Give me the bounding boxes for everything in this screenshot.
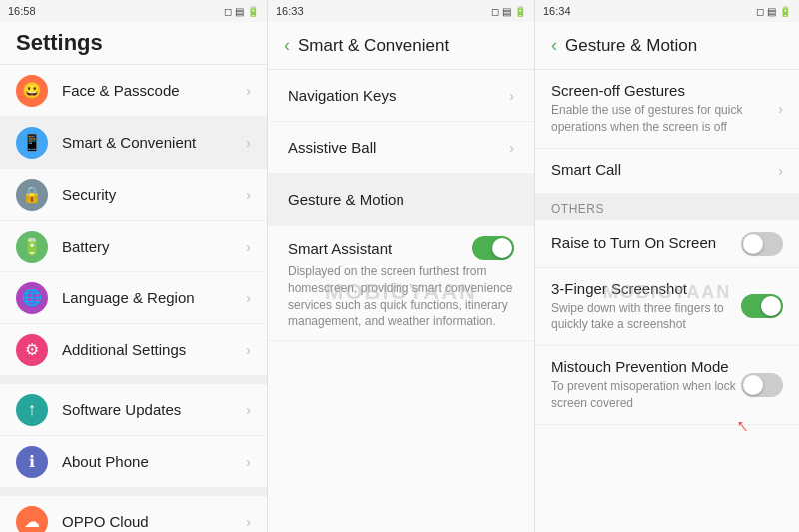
smart-assistant-desc: Displayed on the screen furthest from ho… [288, 264, 514, 330]
right-time: 16:34 [543, 5, 571, 17]
nav-label: Navigation Keys [288, 87, 509, 104]
three-finger-title: 3-Finger Screenshot [551, 280, 741, 297]
settings-item-battery[interactable]: 🔋 Battery › [0, 221, 267, 272]
smart-label: Smart & Convenient [62, 134, 246, 151]
language-icon: 🌐 [16, 282, 48, 314]
three-finger-content: 3-Finger Screenshot Swipe down with thre… [551, 280, 741, 334]
smart-chevron: › [246, 135, 251, 151]
left-panel-title: Settings [0, 22, 267, 65]
mid-item-smart-assistant[interactable]: Smart Assistant Displayed on the screen … [268, 226, 534, 341]
additional-icon: ⚙ [16, 334, 48, 366]
battery-label: Battery [62, 238, 246, 255]
settings-item-oppo[interactable]: ☁ OPPO Cloud › [0, 496, 267, 532]
right-settings-list: Screen-off Gestures Enable the use of ge… [535, 70, 799, 532]
mid-item-gesture[interactable]: Gesture & Motion ◄ [268, 174, 534, 226]
settings-item-updates[interactable]: ↑ Software Updates › [0, 384, 267, 436]
battery-chevron: › [246, 239, 251, 255]
right-status-icons: ◻ ▤ 🔋 [756, 6, 791, 17]
gesture-label: Gesture & Motion [288, 191, 514, 208]
left-status-bar: 16:58 ◻ ▤ 🔋 [0, 0, 267, 22]
mid-item-nav[interactable]: Navigation Keys › [268, 70, 534, 122]
battery-icon: 🔋 [16, 231, 48, 263]
left-status-icons: ◻ ▤ 🔋 [224, 6, 259, 17]
right-item-raise[interactable]: Raise to Turn On Screen [535, 220, 799, 268]
nav-chevron: › [509, 88, 514, 104]
others-section-header: OTHERS [535, 194, 799, 220]
face-label: Face & Passcode [62, 82, 246, 99]
updates-chevron: › [246, 402, 251, 418]
mid-back-arrow[interactable]: ‹ [284, 35, 290, 56]
right-header: ‹ Gesture & Motion [535, 22, 799, 70]
right-header-title: Gesture & Motion [565, 36, 697, 56]
language-chevron: › [246, 290, 251, 306]
settings-item-language[interactable]: 🌐 Language & Region › [0, 272, 267, 324]
assistive-chevron: › [509, 140, 514, 156]
mistouch-title: Mistouch Prevention Mode [551, 358, 741, 375]
smart-call-chevron: › [778, 163, 783, 179]
right-item-mistouch[interactable]: Mistouch Prevention Mode To prevent miso… [535, 346, 799, 425]
mid-settings-list: Navigation Keys › Assistive Ball › Gestu… [268, 70, 534, 532]
oppo-icon: ☁ [16, 506, 48, 533]
right-item-three-finger[interactable]: 3-Finger Screenshot Swipe down with thre… [535, 268, 799, 347]
smart-call-title: Smart Call [551, 161, 770, 178]
right-status-bar: 16:34 ◻ ▤ 🔋 [535, 0, 799, 22]
mid-time: 16:33 [276, 5, 304, 17]
mid-panel: 16:33 ◻ ▤ 🔋 ‹ Smart & Convenient Navigat… [268, 0, 535, 532]
updates-label: Software Updates [62, 401, 246, 418]
mid-header: ‹ Smart & Convenient [268, 22, 534, 70]
left-time: 16:58 [8, 5, 36, 17]
mistouch-toggle[interactable] [741, 373, 783, 397]
raise-toggle[interactable] [741, 232, 783, 256]
section-divider-2 [0, 488, 267, 496]
three-finger-toggle[interactable] [741, 294, 783, 318]
updates-icon: ↑ [16, 394, 48, 426]
mistouch-content: Mistouch Prevention Mode To prevent miso… [551, 358, 741, 412]
security-icon: 🔒 [16, 179, 48, 211]
settings-item-additional[interactable]: ⚙ Additional Settings › [0, 324, 267, 376]
face-icon: 😀 [16, 75, 48, 107]
smart-assistant-label: Smart Assistant [288, 240, 472, 257]
smart-assistant-top-row: Smart Assistant [288, 236, 514, 260]
right-item-smart-call[interactable]: Smart Call › [535, 149, 799, 194]
three-finger-desc: Swipe down with three fingers to quickly… [551, 300, 741, 334]
smart-icon: 📱 [16, 127, 48, 159]
mid-status-bar: 16:33 ◻ ▤ 🔋 [268, 0, 534, 22]
raise-title: Raise to Turn On Screen [551, 234, 741, 251]
raise-content: Raise to Turn On Screen [551, 234, 741, 254]
left-settings-list: 😀 Face & Passcode › 📱 Smart & Convenient… [0, 65, 267, 532]
settings-item-about[interactable]: ℹ About Phone › [0, 436, 267, 488]
about-label: About Phone [62, 453, 246, 470]
screen-off-chevron: › [778, 101, 783, 117]
mistouch-desc: To prevent misoperation when lock screen… [551, 378, 741, 412]
security-chevron: › [246, 187, 251, 203]
about-chevron: › [246, 454, 251, 470]
security-label: Security [62, 186, 246, 203]
screen-off-content: Screen-off Gestures Enable the use of ge… [551, 82, 770, 136]
right-panel: 16:34 ◻ ▤ 🔋 ‹ Gesture & Motion Screen-of… [535, 0, 799, 532]
face-chevron: › [246, 83, 251, 99]
oppo-label: OPPO Cloud [62, 513, 246, 530]
mid-item-assistive[interactable]: Assistive Ball › [268, 122, 534, 174]
mid-status-icons: ◻ ▤ 🔋 [491, 6, 526, 17]
settings-item-security[interactable]: 🔒 Security › [0, 169, 267, 221]
language-label: Language & Region [62, 289, 246, 306]
settings-item-smart[interactable]: 📱 Smart & Convenient › ◄ [0, 117, 267, 169]
section-divider-1 [0, 376, 267, 384]
left-panel: 16:58 ◻ ▤ 🔋 Settings 😀 Face & Passcode ›… [0, 0, 268, 532]
screen-off-title: Screen-off Gestures [551, 82, 770, 99]
right-item-screen-off[interactable]: Screen-off Gestures Enable the use of ge… [535, 70, 799, 149]
additional-chevron: › [246, 342, 251, 358]
settings-item-face[interactable]: 😀 Face & Passcode › [0, 65, 267, 117]
oppo-chevron: › [246, 514, 251, 530]
about-icon: ℹ [16, 446, 48, 478]
assistive-label: Assistive Ball [288, 139, 509, 156]
right-back-arrow[interactable]: ‹ [551, 35, 557, 56]
mid-header-title: Smart & Convenient [298, 36, 449, 56]
screen-off-desc: Enable the use of gestures for quick ope… [551, 102, 770, 136]
additional-label: Additional Settings [62, 341, 246, 358]
smart-assistant-toggle[interactable] [472, 236, 514, 260]
smart-call-content: Smart Call [551, 161, 770, 181]
